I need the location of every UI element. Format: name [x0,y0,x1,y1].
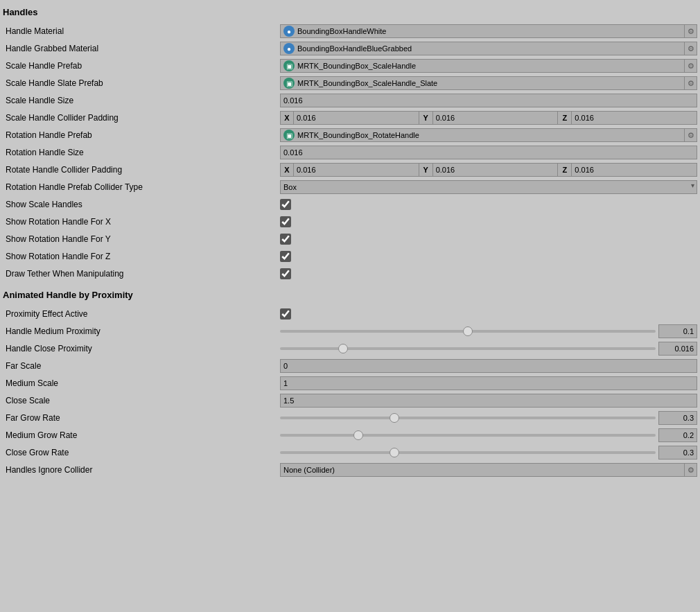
value-scale-handle-prefab: MRTK_BoundingBox_ScaleHandle [297,62,681,70]
row-handle-medium-proximity: Handle Medium Proximity [3,323,697,340]
field-rotation-handle-prefab: ▣ MRTK_BoundingBox_RotateHandle ⚙ [280,128,697,142]
label-medium-scale: Medium Scale [3,378,280,388]
row-draw-tether: Draw Tether When Manipulating [3,265,697,282]
y-label-rotate: Y [419,163,433,177]
label-scale-handle-slate-prefab: Scale Handle Slate Prefab [3,78,280,88]
xyz-rotate-handle-collider-padding: X Y Z [280,163,697,177]
slider-medium-grow-rate[interactable] [280,434,656,437]
checkbox-show-rotation-x[interactable] [280,216,291,227]
input-scale-handle-size[interactable] [280,94,697,107]
value-rotation-handle-prefab: MRTK_BoundingBox_RotateHandle [297,131,681,139]
field-proximity-effect-active [280,308,697,320]
row-scale-handle-slate-prefab: Scale Handle Slate Prefab ▣ MRTK_Boundin… [3,75,697,91]
object-handle-material[interactable]: ● BoundingBoxHandleWhite [280,24,685,38]
x-input-rotate-collider[interactable] [294,163,419,177]
field-close-scale [280,394,697,408]
z-input-scale-collider[interactable] [572,111,697,125]
value-handles-ignore-collider: None (Collider) [283,466,681,474]
gear-handle-grabbed-material[interactable]: ⚙ [685,42,697,55]
label-close-grow-rate: Close Grow Rate [3,448,280,457]
gear-handle-material[interactable]: ⚙ [685,24,697,38]
checkbox-show-scale-handles[interactable] [280,199,291,210]
field-scale-handle-slate-prefab: ▣ MRTK_BoundingBox_ScaleHandle_Slate ⚙ [280,76,697,90]
input-medium-scale[interactable] [280,376,697,390]
label-draw-tether: Draw Tether When Manipulating [3,269,280,279]
field-handle-material: ● BoundingBoxHandleWhite ⚙ [280,24,697,38]
gear-scale-handle-slate-prefab[interactable]: ⚙ [685,76,697,90]
slider-close-grow-rate[interactable] [280,451,656,454]
input-far-scale[interactable] [280,359,697,373]
label-handle-material: Handle Material [3,26,280,36]
input-close-scale[interactable] [280,394,697,408]
label-handles-ignore-collider: Handles Ignore Collider [3,465,280,475]
slider-group-medium-proximity [280,324,697,338]
checkbox-draw-tether[interactable] [280,268,291,279]
object-rotation-handle-prefab[interactable]: ▣ MRTK_BoundingBox_RotateHandle [280,128,685,142]
checkbox-show-rotation-z[interactable] [280,251,291,262]
row-scale-handle-prefab: Scale Handle Prefab ▣ MRTK_BoundingBox_S… [3,58,697,74]
gear-handles-ignore-collider[interactable]: ⚙ [685,463,697,477]
value-handle-grabbed-material: BoundingBoxHandleBlueGrabbed [297,44,681,53]
value-medium-grow-rate[interactable] [658,428,697,442]
label-medium-grow-rate: Medium Grow Rate [3,430,280,440]
slider-handle-medium-proximity[interactable] [280,330,656,333]
row-far-grow-rate: Far Grow Rate [3,410,697,426]
row-medium-grow-rate: Medium Grow Rate [3,427,697,444]
row-show-scale-handles: Show Scale Handles [3,196,697,213]
field-scale-handle-prefab: ▣ MRTK_BoundingBox_ScaleHandle ⚙ [280,59,697,73]
checkbox-proximity-effect-active[interactable] [280,308,291,320]
row-medium-scale: Medium Scale [3,375,697,392]
x-input-scale-collider[interactable] [294,111,419,125]
y-label: Y [419,111,433,125]
checkbox-show-rotation-y[interactable] [280,234,291,245]
row-handles-ignore-collider: Handles Ignore Collider None (Collider) … [3,462,697,478]
dropdown-wrapper-collider-type: Box Sphere Capsule [280,180,697,194]
label-proximity-effect-active: Proximity Effect Active [3,309,280,319]
label-rotation-handle-prefab-collider-type: Rotation Handle Prefab Collider Type [3,182,280,192]
value-close-grow-rate[interactable] [658,446,697,460]
field-rotation-handle-prefab-collider-type: Box Sphere Capsule [280,180,697,194]
label-show-rotation-y: Show Rotation Handle For Y [3,234,280,244]
row-rotation-handle-prefab: Rotation Handle Prefab ▣ MRTK_BoundingBo… [3,127,697,143]
z-input-rotate-collider[interactable] [572,163,697,177]
field-handles-ignore-collider: None (Collider) ⚙ [280,463,697,477]
object-scale-handle-prefab[interactable]: ▣ MRTK_BoundingBox_ScaleHandle [280,59,685,73]
field-handle-medium-proximity [280,324,697,338]
x-label-rotate: X [280,163,294,177]
field-rotate-handle-collider-padding: X Y Z [280,163,697,177]
slider-handle-close-proximity[interactable] [280,347,656,350]
label-rotation-handle-size: Rotation Handle Size [3,148,280,157]
label-show-rotation-x: Show Rotation Handle For X [3,217,280,227]
icon-handle-material: ● [283,26,295,37]
row-close-scale: Close Scale [3,392,697,409]
field-medium-scale [280,376,697,390]
row-show-rotation-x: Show Rotation Handle For X [3,213,697,230]
field-medium-grow-rate [280,428,697,442]
slider-far-grow-rate[interactable] [280,417,656,419]
input-rotation-handle-size[interactable] [280,146,697,159]
value-handle-medium-proximity[interactable] [658,324,697,338]
slider-group-close-grow-rate [280,446,697,460]
gear-scale-handle-prefab[interactable]: ⚙ [685,59,697,73]
row-rotation-handle-size: Rotation Handle Size [3,144,697,161]
y-input-scale-collider[interactable] [433,111,559,125]
gear-rotation-handle-prefab[interactable]: ⚙ [685,128,697,142]
row-proximity-effect-active: Proximity Effect Active [3,306,697,322]
z-label-rotate: Z [558,163,572,177]
object-scale-handle-slate-prefab[interactable]: ▣ MRTK_BoundingBox_ScaleHandle_Slate [280,76,685,90]
x-label: X [280,111,294,125]
icon-scale-handle-prefab: ▣ [283,60,295,71]
row-handle-close-proximity: Handle Close Proximity [3,340,697,357]
field-close-grow-rate [280,446,697,460]
row-close-grow-rate: Close Grow Rate [3,444,697,461]
object-handles-ignore-collider[interactable]: None (Collider) [280,463,685,477]
slider-group-medium-grow-rate [280,428,697,442]
dropdown-collider-type[interactable]: Box Sphere Capsule [280,180,697,194]
object-handle-grabbed-material[interactable]: ● BoundingBoxHandleBlueGrabbed [280,42,685,55]
label-far-grow-rate: Far Grow Rate [3,413,280,423]
label-rotation-handle-prefab: Rotation Handle Prefab [3,130,280,140]
separator-1 [3,283,697,288]
value-far-grow-rate[interactable] [658,411,697,425]
value-handle-close-proximity[interactable] [658,342,697,356]
y-input-rotate-collider[interactable] [433,163,559,177]
